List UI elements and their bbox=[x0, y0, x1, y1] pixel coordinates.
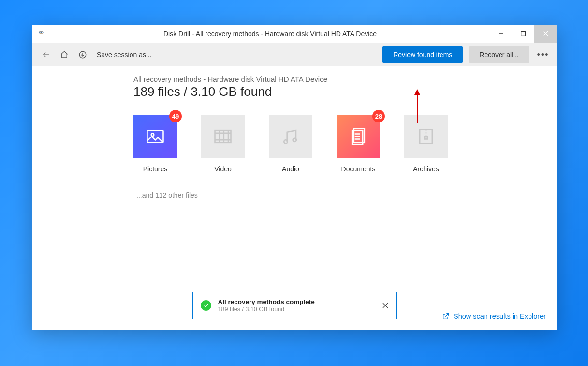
scan-subtitle: All recovery methods - Hardware disk Vir… bbox=[133, 75, 557, 83]
archives-tile bbox=[404, 115, 448, 158]
audio-label: Audio bbox=[269, 165, 312, 173]
save-session-button[interactable]: Save session as... bbox=[93, 51, 156, 59]
desktop-background: Disk Drill - All recovery methods - Hard… bbox=[0, 0, 588, 366]
category-grid: 49 Pictures Video Audio bbox=[133, 115, 557, 173]
more-options-button[interactable]: ••• bbox=[531, 50, 551, 60]
svg-point-19 bbox=[284, 140, 287, 143]
svg-point-2 bbox=[40, 31, 41, 32]
other-files-text: ...and 112 other files bbox=[136, 191, 557, 199]
app-icon bbox=[32, 25, 50, 43]
success-check-icon bbox=[201, 300, 211, 311]
recover-all-button[interactable]: Recover all... bbox=[469, 46, 529, 63]
annotation-arrow-icon bbox=[417, 90, 418, 123]
window-title: Disk Drill - All recovery methods - Hard… bbox=[50, 30, 490, 38]
svg-line-31 bbox=[445, 314, 448, 317]
status-banner: All recovery methods complete 189 files … bbox=[192, 292, 397, 319]
maximize-button[interactable] bbox=[512, 25, 534, 43]
toolbar: Save session as... Review found items Re… bbox=[32, 43, 557, 66]
home-button[interactable] bbox=[56, 46, 73, 63]
open-external-icon bbox=[442, 312, 450, 320]
svg-point-20 bbox=[293, 138, 296, 142]
status-subtitle: 189 files / 3.10 GB found bbox=[218, 306, 376, 313]
explorer-link-label: Show scan results in Explorer bbox=[454, 312, 546, 320]
content-area: All recovery methods - Hardware disk Vir… bbox=[32, 66, 557, 330]
documents-label: Documents bbox=[337, 165, 380, 173]
svg-rect-28 bbox=[425, 137, 427, 139]
archives-label: Archives bbox=[404, 165, 448, 173]
svg-point-3 bbox=[42, 31, 43, 32]
pictures-tile: 49 bbox=[133, 115, 177, 158]
download-icon[interactable] bbox=[74, 46, 91, 63]
pictures-label: Pictures bbox=[133, 165, 177, 173]
svg-point-12 bbox=[151, 134, 154, 137]
titlebar: Disk Drill - All recovery methods - Hard… bbox=[32, 25, 557, 43]
category-archives[interactable]: Archives bbox=[404, 115, 448, 173]
review-found-items-button[interactable]: Review found items bbox=[382, 46, 463, 63]
documents-tile: 28 bbox=[337, 115, 380, 158]
category-pictures[interactable]: 49 Pictures bbox=[133, 115, 177, 173]
minimize-button[interactable] bbox=[490, 25, 512, 43]
video-label: Video bbox=[201, 165, 245, 173]
status-title: All recovery methods complete bbox=[218, 298, 376, 305]
svg-rect-5 bbox=[521, 31, 526, 36]
scan-headline: 189 files / 3.10 GB found bbox=[133, 84, 557, 99]
category-documents[interactable]: 28 Documents bbox=[337, 115, 380, 173]
audio-tile bbox=[269, 115, 312, 158]
show-in-explorer-link[interactable]: Show scan results in Explorer bbox=[442, 312, 546, 320]
video-tile bbox=[201, 115, 245, 158]
window-controls bbox=[490, 25, 557, 43]
back-button[interactable] bbox=[38, 46, 54, 63]
close-button[interactable] bbox=[534, 25, 557, 43]
svg-rect-22 bbox=[352, 130, 363, 144]
app-window: Disk Drill - All recovery methods - Hard… bbox=[32, 25, 557, 330]
documents-badge: 28 bbox=[372, 110, 385, 122]
category-video[interactable]: Video bbox=[201, 115, 245, 173]
pictures-badge: 49 bbox=[169, 110, 182, 122]
status-close-button[interactable] bbox=[382, 303, 388, 308]
category-audio[interactable]: Audio bbox=[269, 115, 312, 173]
